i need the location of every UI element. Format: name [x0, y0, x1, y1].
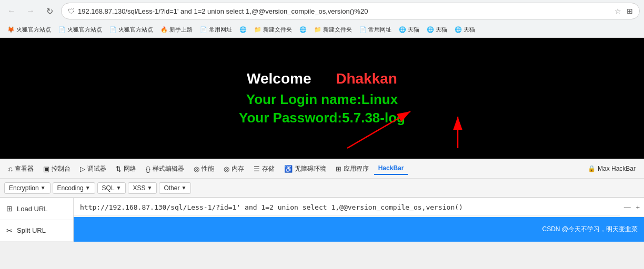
inspector-icon: ⎌ [8, 165, 13, 173]
devtool-console[interactable]: ▣ 控制台 [39, 162, 75, 175]
bookmark-item[interactable]: 📄 火狐官方站点 [106, 25, 156, 35]
xss-dropdown[interactable]: XSS ▼ [128, 182, 157, 194]
devtool-memory[interactable]: ◎ 内存 [219, 162, 248, 175]
address-bar[interactable]: 🛡 192.168.87.130/sql/Less-1/?id=1' and 1… [61, 3, 640, 19]
devtool-debugger[interactable]: ▷ 调试器 [76, 162, 110, 175]
devtool-storage[interactable]: ☰ 存储 [249, 162, 279, 175]
devtool-style-editor[interactable]: {} 样式编辑器 [142, 162, 188, 175]
max-hackbar-label: Max HackBar [598, 165, 636, 172]
devtool-network[interactable]: ⇅ 网络 [112, 162, 140, 175]
split-url-label: Split URL [17, 226, 46, 234]
page-content-wrapper: Welcome Dhakkan Your Login name:Linux Yo… [0, 38, 644, 159]
bookmark-item[interactable]: 🦊 火狐官方站点 [4, 25, 54, 35]
url-input-area: — + CSDN @今天不学习，明天变韭菜 [74, 198, 644, 242]
style-editor-icon: {} [146, 165, 150, 173]
performance-icon: ◎ [194, 165, 199, 173]
csdn-notification: CSDN @今天不学习，明天变韭菜 [74, 217, 644, 242]
bookmark-item[interactable]: 🌐 [236, 25, 250, 34]
encryption-label: Encryption [9, 184, 39, 192]
devtools-bar: ⎌ 查看器 ▣ 控制台 ▷ 调试器 ⇅ 网络 {} 样式编辑器 ◎ 性能 ◎ 内… [0, 159, 644, 179]
bookmarks-bar: 🦊 火狐官方站点 📄 火狐官方站点 📄 火狐官方站点 🔥 新手上路 📄 常用网址… [0, 22, 644, 38]
application-icon: ⊞ [336, 165, 341, 173]
console-icon: ▣ [43, 165, 49, 173]
url-area: ⊞ Load URL ✂ Split URL — + CSDN @今天不学习，明… [0, 198, 644, 242]
max-hackbar-icon: 🔒 [588, 165, 596, 172]
bookmark-item[interactable]: 📁 新建文件夹 [251, 25, 295, 35]
accessibility-icon: ♿ [284, 165, 293, 173]
bookmark-item[interactable]: 📄 常用网址 [197, 25, 235, 35]
bookmark-item[interactable]: 🔥 新手上路 [157, 25, 196, 35]
debugger-icon: ▷ [80, 165, 85, 173]
encoding-label: Encoding [57, 184, 84, 192]
network-icon: ⇅ [116, 165, 122, 173]
nav-bar: ← → ↻ 🛡 192.168.87.130/sql/Less-1/?id=1'… [0, 0, 644, 22]
other-dropdown[interactable]: Other ▼ [159, 182, 191, 194]
csdn-text: CSDN @今天不学习，明天变韭菜 [542, 225, 638, 234]
bookmark-star-icon[interactable]: ☆ [615, 7, 621, 15]
other-label: Other [164, 184, 179, 192]
encoding-arrow-icon: ▼ [85, 185, 90, 191]
max-hackbar-button[interactable]: 🔒 Max HackBar [583, 163, 640, 174]
devtool-application[interactable]: ⊞ 应用程序 [331, 162, 373, 175]
encryption-arrow-icon: ▼ [41, 185, 46, 191]
devtool-inspector[interactable]: ⎌ 查看器 [4, 162, 38, 175]
bookmark-item[interactable]: 🌐 天猫 [451, 25, 478, 35]
forward-button[interactable]: → [23, 4, 38, 18]
memory-icon: ◎ [224, 165, 229, 173]
welcome-text: Welcome [247, 70, 311, 87]
url-input[interactable] [74, 199, 620, 216]
sql-label: SQL [102, 184, 115, 192]
bookmark-item[interactable]: 📁 新建文件夹 [311, 25, 355, 35]
devtools-right: 🔒 Max HackBar [583, 163, 640, 174]
devtool-performance[interactable]: ◎ 性能 [189, 162, 218, 175]
split-url-button[interactable]: ✂ Split URL [0, 220, 73, 242]
bookmark-item[interactable]: 🌐 天猫 [396, 25, 422, 35]
sql-arrow-icon: ▼ [116, 185, 122, 191]
page-content: Welcome Dhakkan Your Login name:Linux Yo… [0, 38, 644, 159]
bookmark-item[interactable]: 📄 火狐官方站点 [55, 25, 105, 35]
url-actions: ⊞ Load URL ✂ Split URL [0, 198, 74, 242]
welcome-line: Welcome Dhakkan [247, 70, 397, 87]
xss-label: XSS [133, 184, 145, 192]
password-line: Your Password:5.7.38-log [239, 110, 405, 126]
back-button[interactable]: ← [4, 4, 19, 18]
url-toolbar-controls: — + [620, 203, 644, 211]
address-text: 192.168.87.130/sql/Less-1/?id=1' and 1=2… [78, 7, 611, 15]
hackbar-toolbar: Encryption ▼ Encoding ▼ SQL ▼ XSS ▼ Othe… [0, 179, 644, 198]
welcome-name: Dhakkan [336, 70, 397, 87]
xss-arrow-icon: ▼ [147, 185, 153, 191]
split-url-icon: ✂ [6, 226, 13, 235]
extensions-icon[interactable]: ⊞ [627, 7, 633, 15]
plus-button[interactable]: + [636, 203, 640, 211]
bookmark-item[interactable]: 🌐 天猫 [424, 25, 450, 35]
devtool-hackbar[interactable]: HackBar [374, 162, 408, 175]
minus-button[interactable]: — [624, 203, 631, 211]
storage-icon: ☰ [254, 165, 260, 173]
other-arrow-icon: ▼ [181, 185, 186, 191]
encoding-dropdown[interactable]: Encoding ▼ [53, 182, 95, 194]
load-url-button[interactable]: ⊞ Load URL [0, 198, 73, 220]
hackbar-label: HackBar [378, 164, 404, 172]
browser-window: ← → ↻ 🛡 192.168.87.130/sql/Less-1/?id=1'… [0, 0, 644, 242]
bookmark-item[interactable]: 📄 常用网址 [356, 25, 395, 35]
security-icon: 🛡 [68, 7, 75, 15]
encryption-dropdown[interactable]: Encryption ▼ [4, 182, 51, 194]
sql-dropdown[interactable]: SQL ▼ [97, 182, 126, 194]
load-url-label: Load URL [17, 205, 48, 213]
bookmark-item[interactable]: 🌐 [296, 25, 310, 34]
refresh-button[interactable]: ↻ [42, 4, 57, 18]
login-name-line: Your Login name:Linux [246, 91, 398, 108]
load-url-icon: ⊞ [6, 204, 13, 213]
devtool-accessibility[interactable]: ♿ 无障碍环境 [280, 162, 330, 175]
